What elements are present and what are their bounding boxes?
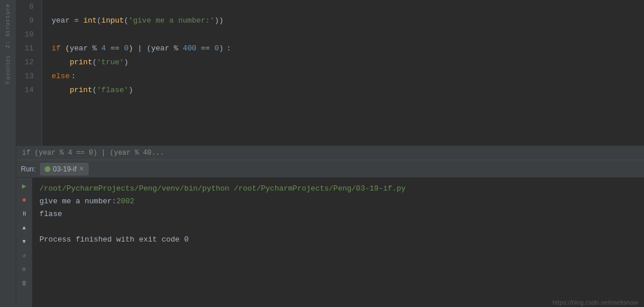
token-str1: 'give me a number:' (129, 14, 214, 28)
editor-area: 8 9 10 11 12 13 14 year = int ( input ( (16, 0, 644, 159)
token-input: input (101, 14, 124, 28)
main-area: 8 9 10 11 12 13 14 year = int ( input ( (16, 0, 644, 307)
token-year3: year (151, 42, 169, 56)
settings-button[interactable]: ⚙ (19, 264, 30, 275)
token-eq3: == (197, 42, 214, 56)
rerun-icon: ↺ (22, 252, 26, 259)
code-area: year = int ( input ( 'give me a number:'… (42, 0, 644, 145)
left-sidebar: Z: Structure Favorites (0, 0, 16, 307)
pause-button[interactable]: ⏸ (19, 208, 30, 220)
play-icon: ▶ (22, 182, 26, 191)
token-mod1: % (88, 42, 101, 56)
code-line-10 (52, 28, 644, 42)
code-line-11: if ( year % 4 == 0 ) | ( year % 400 == (52, 42, 644, 56)
token-colon2: : (71, 70, 76, 83)
run-tab-bar: Run: 03-19-if ✕ (16, 160, 644, 178)
token-400: 400 (183, 42, 196, 56)
token-eq: = (70, 14, 83, 28)
sidebar-label: Z: Structure (5, 0, 11, 52)
play-button[interactable]: ▶ (19, 180, 30, 192)
token-paren1: ( (97, 14, 101, 28)
editor-content: 8 9 10 11 12 13 14 year = int ( input ( (16, 0, 644, 145)
clear-button[interactable]: 🗑 (19, 277, 30, 289)
code-line-12: print ( 'true' ) (52, 56, 644, 70)
run-label: Run: (21, 165, 35, 173)
stop-button[interactable]: ■ (19, 194, 30, 206)
stop-icon: ■ (22, 197, 26, 203)
token-str-true: 'true' (97, 56, 124, 70)
token-paren8: ( (92, 83, 97, 97)
code-line-9: year = int ( input ( 'give me a number:'… (52, 14, 644, 28)
settings-icon: ⚙ (22, 266, 26, 273)
editor-breadcrumb: if (year % 4 == 0) | (year % 40... (16, 145, 644, 159)
token-print1: print (70, 56, 92, 70)
token-paren5: ) (219, 42, 224, 56)
token-0b: 0 (214, 42, 219, 56)
output-line-4 (39, 221, 637, 233)
token-4: 4 (101, 42, 106, 56)
token-brace-open: ( (65, 42, 70, 56)
token-space (61, 42, 66, 56)
token-else: else (52, 70, 70, 83)
run-tab-close[interactable]: ✕ (79, 165, 84, 173)
token-str-flase: 'flase' (97, 83, 129, 97)
token-if: if (52, 42, 61, 56)
favorites-label: Favorites (5, 52, 11, 87)
output-line-5: Process finished with exit code 0 (39, 233, 637, 246)
run-toolbar: ▶ ■ ⏸ ▲ ▼ ↺ ⚙ (16, 178, 32, 307)
token-paren9: ) (129, 83, 133, 97)
token-pipe: | (133, 42, 147, 56)
token-year: year (52, 14, 70, 28)
run-panel: Run: 03-19-if ✕ ▶ ■ ⏸ ▲ (16, 159, 644, 307)
down-arrow-icon: ▼ (22, 239, 26, 245)
token-year2: year (70, 42, 88, 56)
output-line-2: give me a number:2002 (39, 195, 637, 208)
token-paren3: )) (214, 14, 224, 28)
token-paren6: ( (92, 56, 97, 70)
pause-icon: ⏸ (21, 210, 27, 217)
run-output: /root/PycharmProjects/Peng/venv/bin/pyth… (32, 178, 644, 307)
token-paren7: ) (124, 56, 129, 70)
output-input-value: 2002 (117, 197, 134, 206)
code-line-14: print ( 'flase' ) (52, 83, 644, 97)
token-colon1: : (227, 42, 231, 56)
scroll-up-button[interactable]: ▲ (19, 222, 30, 233)
tab-dot (45, 166, 50, 172)
rerun-button[interactable]: ↺ (19, 250, 30, 261)
token-int: int (83, 14, 97, 28)
output-line-1: /root/PycharmProjects/Peng/venv/bin/pyth… (39, 182, 637, 195)
token-indent1 (52, 56, 70, 70)
token-mod2: % (169, 42, 183, 56)
token-brace-close: ) (129, 42, 133, 56)
run-tab[interactable]: 03-19-if ✕ (40, 163, 89, 176)
output-line-3: flase (39, 208, 637, 221)
token-paren2: ( (124, 14, 129, 28)
footer-url: https://blog.csdn.net/meltsnow (547, 298, 644, 307)
token-print2: print (70, 83, 92, 97)
run-body: ▶ ■ ⏸ ▲ ▼ ↺ ⚙ (16, 178, 644, 307)
breadcrumb-text: if (year % 4 == 0) | (year % 40... (22, 149, 164, 157)
line-numbers: 8 9 10 11 12 13 14 (16, 0, 42, 145)
code-line-13: else : (52, 70, 644, 83)
run-tab-name: 03-19-if (53, 165, 77, 173)
up-arrow-icon: ▲ (22, 225, 26, 231)
token-indent2 (52, 83, 70, 97)
token-eq2: == (106, 42, 124, 56)
trash-icon: 🗑 (21, 280, 27, 287)
token-0a: 0 (124, 42, 129, 56)
code-line-8 (52, 0, 644, 14)
scroll-down-button[interactable]: ▼ (19, 236, 30, 247)
token-paren4: ( (147, 42, 151, 56)
